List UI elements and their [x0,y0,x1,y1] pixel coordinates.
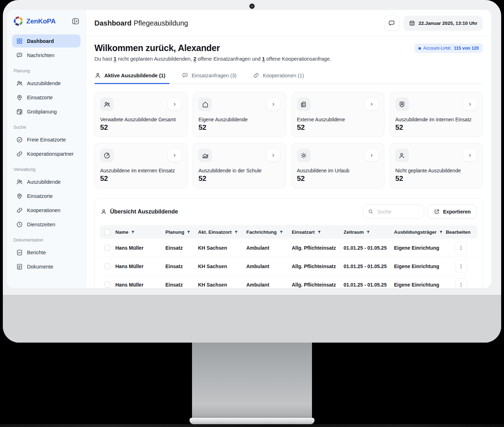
tab-label: Einsatzanfragen (3) [192,73,237,78]
users-icon [16,178,23,185]
chevron-right-icon [369,152,374,158]
sidebar-item-label: Grobplanung [27,109,57,115]
message-icon [182,72,188,79]
tab-aktive-auszubildende-1[interactable]: Aktive Auszubildende (1) [94,72,170,83]
stat-card-nicht-geplante-auszubildende: Nicht geplante Auszubildende52 [390,143,483,188]
select-all-checkbox[interactable] [104,229,110,235]
stat-card-auszubildende-in-der-schule: Auszubildende in der Schule52 [193,143,286,188]
sidebar-logo-row: ZenKoPA [12,16,81,26]
tab-label: Kooperationen (1) [263,73,304,78]
id-badge-icon [398,101,406,108]
card-open-button[interactable] [365,149,379,162]
sidebar-item-auszubildende[interactable]: Auszubildende [12,175,81,188]
card-open-button[interactable] [365,98,379,111]
cell-zeitraum: 01.01.25 - 01.05.25 [344,264,394,269]
column-header-zeitraum[interactable]: Zeitraum [344,229,394,235]
kebab-icon [458,264,464,269]
column-header-bearbeiten[interactable]: Bearbeiten [446,229,477,235]
main-area: DashboardPflegeausbildung 22.Januar 2025… [86,10,491,288]
sidebar-item-nachrichten[interactable]: Nachrichten [12,49,81,62]
sidebar-item-berichte[interactable]: Berichte [12,246,81,259]
sidebar-item-label: Auszubildende [27,81,61,86]
sidebar-item-kooperationen[interactable]: Kooperationen [12,204,81,217]
app-logo-text: ZenKoPA [26,17,56,25]
trainee-name-link[interactable]: Hans Müller [115,282,143,288]
message-icon [16,52,23,59]
sidebar-item-dokumente[interactable]: Dokumente [12,260,81,273]
search-input[interactable] [377,209,420,215]
sidebar-item-label: Berichte [27,250,46,255]
sidebar-item-label: Dokumente [27,264,53,270]
sidebar-item-einsatzorte[interactable]: Einsatzorte [12,91,81,104]
person-icon [100,209,107,215]
users-icon [103,101,111,108]
home-icon [202,101,209,108]
sidebar-item-grobplanung[interactable]: Grobplanung [12,105,81,118]
cell-einsatzart: Allg. Pflichteinsatz [292,264,344,269]
calendar-edit-icon [16,108,23,115]
filter-icon [279,230,283,234]
app-screen: ZenKoPA DashboardNachrichtenPlanungAuszu… [7,10,491,288]
sidebar-item-einsatzorte[interactable]: Einsatzorte [12,189,81,203]
sidebar-item-auszubildende[interactable]: Auszubildende [12,77,81,90]
card-open-button[interactable] [266,149,280,162]
stat-card-verwaltete-auszubildende-gesamt: Verwaltete Auszubildende Gesamt52 [94,92,187,137]
trainee-name-link[interactable]: Hans Müller [115,264,143,269]
row-actions-button[interactable] [455,278,467,288]
sidebar-item-freie-einsatzorte[interactable]: Freie Einsatzorte [12,133,81,146]
camera-dot [250,4,255,9]
stat-card-value: 52 [395,123,477,132]
row-actions-button[interactable] [455,241,467,255]
row-actions-button[interactable] [455,260,467,273]
table-section-title: Übersicht Auszubildende [100,209,178,215]
stat-card-value: 52 [198,123,280,132]
card-open-button[interactable] [463,149,477,162]
table-row: Hans MüllerEinsatzKH SachsenAmbulantAllg… [100,276,477,288]
cell-planung: Einsatz [165,264,198,269]
cell-zeitraum: 01.01.25 - 01.05.25 [344,245,394,251]
sidebar-item-dienstzeiten[interactable]: Dienstzeiten [12,218,81,231]
arrow-out-circle-icon [103,152,111,159]
row-checkbox[interactable] [104,282,110,288]
cell-akt-einsatzort: KH Sachsen [198,282,246,288]
cell-fachrichtung: Ambulant [246,264,292,269]
stat-card-top [395,149,477,162]
sidebar-item-kooperationspartner[interactable]: Kooperationspartner [12,147,81,160]
column-header-label: Ausbildungsträger [394,229,437,235]
sidebar-item-label: Nachrichten [27,52,54,58]
column-header-fachrichtung[interactable]: Fachrichtung [246,229,292,235]
welcome-subtitle: Du hast 1 nicht geplanten Auszubildenden… [94,56,331,62]
sidebar-item-dashboard[interactable]: Dashboard [12,34,81,48]
sidebar-collapse-button[interactable] [71,17,80,26]
datetime-pill[interactable]: 22.Januar 2025, 13:10 Uhr [404,16,483,31]
column-header-akt-einsatzort[interactable]: Akt. Einsatzort [198,229,246,235]
welcome-title: Wilkommen zurück, Alexander [94,43,331,54]
stat-card-label: Auszubildene im Urlaub [297,168,379,173]
table-row: Hans MüllerEinsatzKH SachsenAmbulantAllg… [100,257,477,276]
column-header-ausbildungstr-ger[interactable]: Ausbildungsträger [394,229,446,235]
export-button[interactable]: Exportieren [428,204,477,219]
sun-icon [300,152,307,159]
row-checkbox[interactable] [104,245,110,251]
card-open-button[interactable] [168,98,182,111]
trainee-name-link[interactable]: Hans Müller [115,245,143,251]
sidebar-item-label: Kooperationen [27,207,60,213]
filter-icon [366,230,370,234]
tab-einsatzanfragen-3[interactable]: Einsatzanfragen (3) [182,72,241,83]
stat-card-label: Verwaltete Auszubildende Gesamt [100,117,182,122]
chat-button[interactable] [384,16,399,31]
card-open-button[interactable] [463,98,477,111]
cell-zeitraum: 01.01.25 - 01.05.25 [344,282,394,288]
column-header-name[interactable]: Name [115,229,165,235]
monitor-chin [3,295,501,343]
row-checkbox[interactable] [104,263,110,269]
card-open-button[interactable] [168,149,182,162]
card-open-button[interactable] [266,98,280,111]
column-header-einsatzart[interactable]: Einsatzart [292,229,344,235]
column-header-planung[interactable]: Planung [165,229,198,235]
tab-kooperationen-1[interactable]: Kooperationen (1) [253,72,308,83]
filter-icon [317,230,321,234]
stat-card-value: 52 [395,174,477,183]
stat-card-value: 52 [100,123,182,132]
column-header-label: Einsatzart [292,229,315,235]
